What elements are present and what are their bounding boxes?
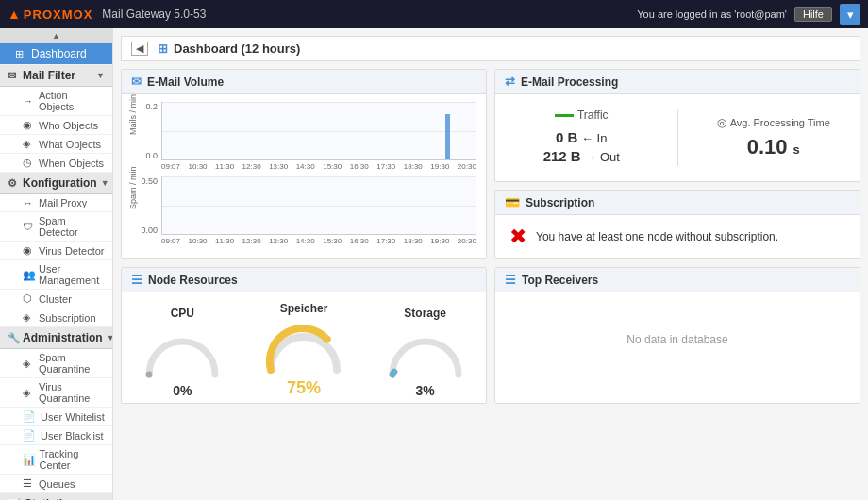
sidebar-section-administration[interactable]: 🔧 Administration ▼	[0, 327, 112, 349]
sidebar-section-statistics[interactable]: 📈 Statistics ▼	[0, 493, 112, 500]
header-left: ▲ PROXMOX Mail Gateway 5.0-53	[8, 7, 206, 22]
header-right: You are logged in as 'root@pam' Hilfe ▾	[637, 4, 860, 25]
traffic-label: Traffic	[505, 108, 659, 122]
user-blacklist-icon: 📄	[23, 429, 36, 442]
tracking-center-icon: 📊	[23, 454, 35, 466]
avg-section: ◎ Avg. Processing Time 0.10 s	[697, 116, 851, 159]
sidebar-item-virus-quarantine[interactable]: ◈ Virus Quarantine	[0, 378, 112, 408]
sidebar-section-konfiguration[interactable]: ⚙ Konfiguration ▼	[0, 173, 112, 194]
top-receivers-panel: ☰ Top Receivers No data in database	[494, 267, 860, 404]
email-volume-panel: ✉ E-Mail Volume 0.2 0.0 Mails / min	[121, 69, 487, 259]
user-menu-button[interactable]: ▾	[840, 4, 860, 25]
subscription-body: ✖ You have at least one node without sub…	[495, 215, 860, 258]
storage-gauge	[383, 327, 468, 379]
storage-gauge-svg	[383, 327, 468, 379]
processing-divider	[677, 109, 678, 166]
administration-icon: 🔧	[8, 332, 19, 344]
sidebar: ▲ ⊞ Dashboard ✉ Mail Filter ▼ → Action O…	[0, 28, 113, 500]
email-processing-header: ⇄ E-Mail Processing	[495, 70, 860, 94]
email-volume-body: 0.2 0.0 Mails / min	[122, 94, 486, 253]
sidebar-scroll-up[interactable]: ▲	[0, 28, 112, 43]
email-volume-icon: ✉	[131, 75, 142, 89]
sidebar-item-action-objects[interactable]: → Action Objects	[0, 87, 112, 116]
avg-value: 0.10 s	[697, 135, 851, 159]
sidebar-item-user-whitelist[interactable]: 📄 User Whitelist	[0, 408, 112, 426]
mails-y-label: Mails / min	[128, 94, 138, 135]
sidebar-item-virus-detector[interactable]: ◉ Virus Detector	[0, 242, 112, 260]
when-objects-icon: ◷	[23, 157, 34, 169]
mail-filter-arrow: ▼	[96, 71, 105, 80]
virus-quarantine-icon: ◈	[23, 387, 34, 399]
traffic-line-icon	[555, 114, 574, 117]
sidebar-item-user-blacklist[interactable]: 📄 User Blacklist	[0, 426, 112, 445]
virus-detector-icon: ◉	[23, 244, 34, 257]
sidebar-item-mail-proxy[interactable]: ↔ Mail Proxy	[0, 194, 112, 212]
speicher-gauge	[261, 323, 346, 375]
collapse-button[interactable]: ◀	[131, 42, 148, 56]
email-processing-body: Traffic 0 B ← In 212 B → Out	[495, 94, 860, 181]
spam-y-label: Spam / min	[128, 166, 138, 209]
cluster-icon: ⬡	[23, 292, 34, 305]
spam-grid-line-mid	[162, 206, 476, 207]
spam-quarantine-icon: ◈	[23, 358, 34, 370]
mail-proxy-icon: ↔	[23, 197, 34, 208]
chart-spike	[445, 114, 450, 159]
page-title: Dashboard (12 hours)	[174, 42, 300, 56]
administration-arrow: ▼	[107, 333, 113, 342]
page-header: ◀ ⊞ Dashboard (12 hours)	[121, 36, 860, 61]
sidebar-item-subscription[interactable]: ◈ Subscription	[0, 308, 112, 327]
traffic-section: Traffic 0 B ← In 212 B → Out	[505, 108, 659, 167]
grid-line-top	[162, 102, 476, 103]
sidebar-item-user-management[interactable]: 👥 User Management	[0, 260, 112, 290]
avg-icon: ◎	[717, 116, 726, 129]
queues-icon: ☰	[23, 477, 34, 490]
sidebar-section-mail-filter[interactable]: ✉ Mail Filter ▼	[0, 65, 112, 87]
email-processing-icon: ⇄	[505, 75, 515, 89]
speicher-resource: Speicher 75%	[247, 302, 360, 398]
top-receivers-icon: ☰	[505, 273, 516, 287]
top-receivers-body: No data in database	[495, 292, 860, 387]
node-resources-body: CPU 0% Speicher	[122, 292, 486, 403]
subscription-header: 💳 Subscription	[495, 191, 860, 215]
top-receivers-header: ☰ Top Receivers	[495, 268, 860, 292]
no-data-text: No data in database	[626, 333, 727, 346]
spam-chart-canvas	[161, 176, 476, 235]
sidebar-item-queues[interactable]: ☰ Queues	[0, 475, 112, 493]
sidebar-item-what-objects[interactable]: ◈ What Objects	[0, 135, 112, 154]
mails-chart-canvas	[161, 102, 476, 160]
who-objects-icon: ◉	[23, 119, 34, 131]
spam-chart-wrap: 0.50 0.00 Spam / min	[131, 176, 476, 245]
mail-filter-icon: ✉	[8, 70, 19, 82]
speicher-gauge-svg	[261, 323, 346, 375]
grid-line-mid	[162, 131, 476, 132]
email-processing-panel: ⇄ E-Mail Processing Traffic 0 B ← In	[494, 69, 860, 182]
user-management-icon: 👥	[23, 269, 34, 281]
traffic-out: 212 B → Out	[505, 148, 659, 164]
node-resources-icon: ☰	[131, 273, 142, 287]
subscription-panel: 💳 Subscription ✖ You have at least one n…	[494, 190, 860, 259]
user-whitelist-icon: 📄	[23, 410, 36, 423]
app-title: Mail Gateway 5.0-53	[102, 8, 206, 21]
spam-grid-line-top	[162, 176, 476, 177]
subscription-icon-panel: 💳	[505, 195, 520, 209]
subscription-icon: ◈	[23, 311, 34, 324]
help-button[interactable]: Hilfe	[794, 7, 832, 22]
node-resources-panel: ☰ Node Resources CPU 0%	[121, 267, 487, 404]
node-resources-header: ☰ Node Resources	[122, 268, 486, 292]
subscription-error-icon: ✖	[509, 225, 526, 249]
cpu-gauge-svg	[140, 327, 225, 379]
konfiguration-icon: ⚙	[8, 177, 19, 190]
sidebar-item-cluster[interactable]: ⬡ Cluster	[0, 290, 112, 308]
sidebar-item-when-objects[interactable]: ◷ When Objects	[0, 154, 112, 173]
sidebar-item-spam-quarantine[interactable]: ◈ Spam Quarantine	[0, 349, 112, 378]
logged-in-text: You are logged in as 'root@pam'	[637, 8, 787, 20]
sidebar-item-dashboard[interactable]: ⊞ Dashboard	[0, 43, 112, 65]
sidebar-item-who-objects[interactable]: ◉ Who Objects	[0, 116, 112, 135]
spam-x-labels: 09:07 10:30 11:30 12:30 13:30 14:30 15:3…	[161, 235, 476, 245]
sidebar-item-spam-detector[interactable]: 🛡 Spam Detector	[0, 212, 112, 242]
mails-chart-wrap: 0.2 0.0 Mails / min	[131, 102, 476, 171]
sidebar-item-tracking-center[interactable]: 📊 Tracking Center	[0, 445, 112, 475]
dashboard-icon-header: ⊞	[158, 42, 168, 56]
dashboard-icon: ⊞	[15, 48, 26, 60]
cpu-gauge	[140, 327, 225, 379]
